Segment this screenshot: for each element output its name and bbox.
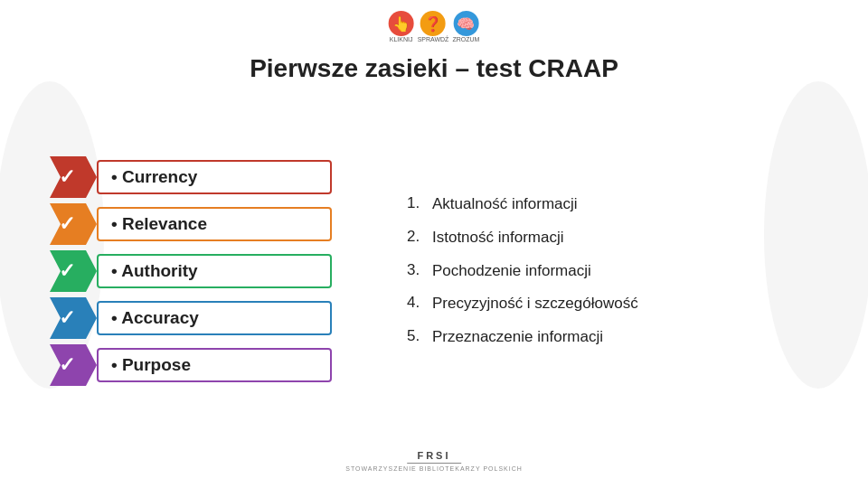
- craap-text-relevance: Relevance: [122, 214, 207, 233]
- list-number-5: 5.: [407, 327, 425, 345]
- footer: FRSI STOWARZYSZENIE BIBLIOTEKARZY POLSKI…: [345, 450, 523, 472]
- craap-text-authority: Authority: [121, 261, 197, 280]
- slide: 👆 KLIKNIJ ❓ SPRAWDŹ 🧠 ZROZUM Pierwsze za…: [0, 0, 868, 488]
- footer-logo-text: FRSI: [417, 450, 450, 461]
- craap-text-currency: Currency: [122, 167, 197, 186]
- svg-text:✓: ✓: [59, 165, 75, 188]
- list-text-2: Istotność informacji: [432, 228, 564, 249]
- list-item-1: 1. Aktualność informacji: [407, 194, 841, 215]
- craap-label-relevance: • Relevance: [97, 207, 332, 241]
- logo-icon-check: ❓: [420, 11, 446, 36]
- svg-text:✓: ✓: [59, 259, 75, 282]
- logo-group-2: ❓ SPRAWDŹ: [418, 11, 449, 43]
- list-text-3: Pochodzenie informacji: [432, 261, 591, 282]
- logo-label-3: ZROZUM: [452, 36, 479, 43]
- logo-icon-click: 👆: [389, 11, 414, 36]
- chevron-currency: ✓: [50, 156, 97, 198]
- logo-label-2: SPRAWDŹ: [418, 36, 449, 43]
- logo-group-1: 👆 KLIKNIJ: [389, 11, 414, 43]
- chevron-purpose: ✓: [50, 344, 97, 386]
- craap-row-relevance: ✓ • Relevance: [50, 203, 380, 245]
- logo-icon-understand: 🧠: [453, 11, 478, 36]
- craap-row-currency: ✓ • Currency: [50, 156, 380, 198]
- svg-text:✓: ✓: [59, 353, 75, 376]
- list-text-1: Aktualność informacji: [432, 194, 578, 215]
- list-number-2: 2.: [407, 228, 425, 246]
- list-item-5: 5. Przeznaczenie informacji: [407, 327, 841, 348]
- logo-group-3: 🧠 ZROZUM: [452, 11, 479, 43]
- list-number-4: 4.: [407, 294, 425, 312]
- logo-label-1: KLIKNIJ: [390, 36, 413, 43]
- list-number-1: 1.: [407, 194, 425, 212]
- craap-label-authority: • Authority: [97, 254, 332, 288]
- svg-text:✓: ✓: [59, 212, 75, 235]
- main-content: ✓ • Currency ✓ • Relevance: [0, 108, 868, 434]
- craap-label-purpose: • Purpose: [97, 348, 332, 382]
- craap-row-authority: ✓ • Authority: [50, 250, 380, 292]
- craap-text-purpose: Purpose: [122, 355, 191, 374]
- right-list: 1. Aktualność informacji 2. Istotność in…: [380, 194, 868, 349]
- craap-label-currency: • Currency: [97, 160, 332, 194]
- chevron-authority: ✓: [50, 250, 97, 292]
- chevron-relevance: ✓: [50, 203, 97, 245]
- footer-sub-text: STOWARZYSZENIE BIBLIOTEKARZY POLSKICH: [345, 465, 523, 472]
- craap-diagram: ✓ • Currency ✓ • Relevance: [0, 156, 380, 386]
- craap-label-accuracy: • Accuracy: [97, 301, 332, 335]
- page-title: Pierwsze zasieki – test CRAAP: [250, 54, 618, 83]
- footer-divider: [407, 463, 461, 464]
- logo-area: 👆 KLIKNIJ ❓ SPRAWDŹ 🧠 ZROZUM: [389, 11, 480, 43]
- list-item-4: 4. Precyzyjność i szczegółowość: [407, 294, 841, 314]
- list-number-3: 3.: [407, 261, 425, 279]
- list-text-4: Precyzyjność i szczegółowość: [432, 294, 638, 314]
- svg-text:✓: ✓: [59, 306, 75, 329]
- craap-row-purpose: ✓ • Purpose: [50, 344, 380, 386]
- craap-row-accuracy: ✓ • Accuracy: [50, 297, 380, 339]
- list-item-2: 2. Istotność informacji: [407, 228, 841, 249]
- list-text-5: Przeznaczenie informacji: [432, 327, 603, 348]
- craap-text-accuracy: Accuracy: [121, 308, 199, 327]
- chevron-accuracy: ✓: [50, 297, 97, 339]
- list-item-3: 3. Pochodzenie informacji: [407, 261, 841, 282]
